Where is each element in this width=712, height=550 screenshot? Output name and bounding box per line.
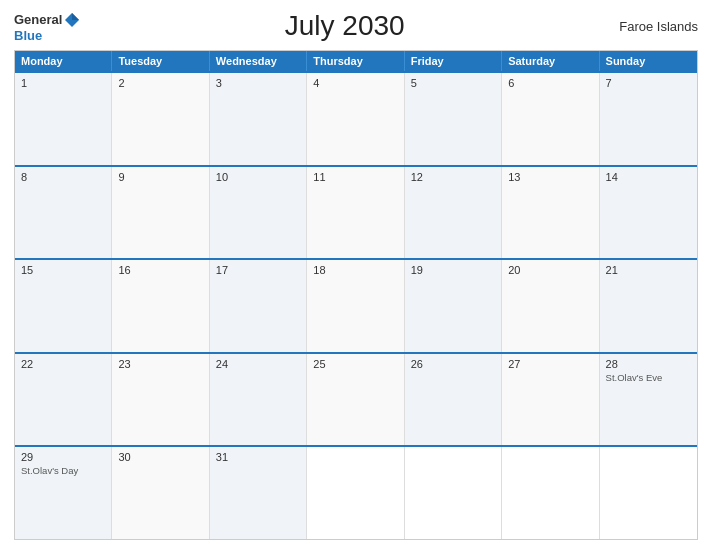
day-number: 18 [313, 264, 397, 276]
region-label: Faroe Islands [608, 19, 698, 34]
day-number: 7 [606, 77, 691, 89]
calendar-cell: 22 [15, 354, 112, 446]
day-number: 9 [118, 171, 202, 183]
header: General Blue July 2030 Faroe Islands [14, 10, 698, 42]
day-number: 8 [21, 171, 105, 183]
weekday-header-sunday: Sunday [600, 51, 697, 71]
calendar-row-1: 1234567 [15, 71, 697, 165]
logo-flag-icon [63, 11, 81, 29]
calendar-cell: 1 [15, 73, 112, 165]
day-number: 16 [118, 264, 202, 276]
calendar-cell: 6 [502, 73, 599, 165]
calendar-cell: 8 [15, 167, 112, 259]
day-number: 15 [21, 264, 105, 276]
day-number: 31 [216, 451, 300, 463]
calendar-cell: 28St.Olav's Eve [600, 354, 697, 446]
calendar-cell: 27 [502, 354, 599, 446]
weekday-header-thursday: Thursday [307, 51, 404, 71]
weekday-header-friday: Friday [405, 51, 502, 71]
calendar-cell: 19 [405, 260, 502, 352]
day-number: 25 [313, 358, 397, 370]
page-title: July 2030 [81, 10, 608, 42]
day-number: 20 [508, 264, 592, 276]
day-number: 3 [216, 77, 300, 89]
calendar: MondayTuesdayWednesdayThursdayFridaySatu… [14, 50, 698, 540]
calendar-cell: 17 [210, 260, 307, 352]
day-number: 14 [606, 171, 691, 183]
page: General Blue July 2030 Faroe Islands Mon… [0, 0, 712, 550]
day-number: 30 [118, 451, 202, 463]
day-number: 22 [21, 358, 105, 370]
calendar-body: 1234567891011121314151617181920212223242… [15, 71, 697, 539]
day-number: 29 [21, 451, 105, 463]
event-label: St.Olav's Day [21, 465, 105, 476]
day-number: 26 [411, 358, 495, 370]
day-number: 21 [606, 264, 691, 276]
calendar-cell: 15 [15, 260, 112, 352]
calendar-cell [600, 447, 697, 539]
day-number: 27 [508, 358, 592, 370]
calendar-cell: 10 [210, 167, 307, 259]
logo-line1: General [14, 11, 81, 29]
day-number: 5 [411, 77, 495, 89]
calendar-cell: 31 [210, 447, 307, 539]
calendar-cell: 13 [502, 167, 599, 259]
calendar-cell: 11 [307, 167, 404, 259]
event-label: St.Olav's Eve [606, 372, 691, 383]
calendar-cell [405, 447, 502, 539]
logo-group: General Blue [14, 11, 81, 42]
day-number: 2 [118, 77, 202, 89]
calendar-row-3: 15161718192021 [15, 258, 697, 352]
day-number: 4 [313, 77, 397, 89]
day-number: 11 [313, 171, 397, 183]
day-number: 23 [118, 358, 202, 370]
day-number: 17 [216, 264, 300, 276]
day-number: 1 [21, 77, 105, 89]
calendar-cell: 21 [600, 260, 697, 352]
logo-general-text: General [14, 13, 62, 26]
calendar-cell: 14 [600, 167, 697, 259]
calendar-cell: 3 [210, 73, 307, 165]
calendar-cell [502, 447, 599, 539]
day-number: 12 [411, 171, 495, 183]
weekday-header-monday: Monday [15, 51, 112, 71]
day-number: 28 [606, 358, 691, 370]
calendar-cell: 30 [112, 447, 209, 539]
calendar-cell: 4 [307, 73, 404, 165]
day-number: 19 [411, 264, 495, 276]
day-number: 24 [216, 358, 300, 370]
weekday-header-wednesday: Wednesday [210, 51, 307, 71]
logo-blue-text: Blue [14, 29, 42, 42]
calendar-cell: 12 [405, 167, 502, 259]
weekday-header-tuesday: Tuesday [112, 51, 209, 71]
calendar-header: MondayTuesdayWednesdayThursdayFridaySatu… [15, 51, 697, 71]
calendar-cell: 7 [600, 73, 697, 165]
day-number: 10 [216, 171, 300, 183]
calendar-cell: 18 [307, 260, 404, 352]
calendar-row-2: 891011121314 [15, 165, 697, 259]
calendar-cell: 2 [112, 73, 209, 165]
day-number: 6 [508, 77, 592, 89]
calendar-cell: 24 [210, 354, 307, 446]
calendar-cell: 26 [405, 354, 502, 446]
calendar-cell: 20 [502, 260, 599, 352]
weekday-header-saturday: Saturday [502, 51, 599, 71]
calendar-cell [307, 447, 404, 539]
calendar-row-4: 22232425262728St.Olav's Eve [15, 352, 697, 446]
calendar-cell: 5 [405, 73, 502, 165]
calendar-row-5: 29St.Olav's Day3031 [15, 445, 697, 539]
calendar-cell: 23 [112, 354, 209, 446]
day-number: 13 [508, 171, 592, 183]
calendar-cell: 25 [307, 354, 404, 446]
calendar-cell: 9 [112, 167, 209, 259]
calendar-cell: 29St.Olav's Day [15, 447, 112, 539]
logo: General Blue [14, 11, 81, 42]
calendar-cell: 16 [112, 260, 209, 352]
svg-marker-1 [72, 13, 79, 20]
